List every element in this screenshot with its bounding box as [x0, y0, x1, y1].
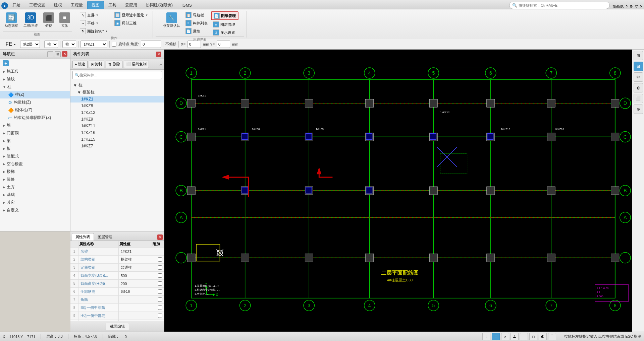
tab-modeling[interactable]: 建模 [50, 1, 66, 9]
tab-tools[interactable]: 工具 [104, 1, 121, 9]
solid-view-btn[interactable]: ■ 实体 [57, 11, 72, 29]
prop-check[interactable] [156, 288, 164, 295]
display-settings-btn[interactable]: ⚙ 显示设置 [211, 29, 238, 36]
rotation-checkbox[interactable] [112, 42, 116, 47]
x-input[interactable] [187, 41, 201, 48]
show-elements-btn[interactable]: ⬜ 显示近中图元▼ [112, 11, 150, 19]
comp-search[interactable]: 🔍 [72, 71, 162, 79]
tab-start[interactable]: 开始 [8, 1, 25, 9]
pan-btn[interactable]: ↔ 平移▼ [78, 19, 110, 27]
tool-rect[interactable]: □ [492, 333, 500, 340]
prop-check[interactable] [156, 272, 164, 279]
nav-item-column-z[interactable]: 🔷 柱(Z) [0, 91, 70, 98]
tab-view[interactable]: 视图 [87, 1, 104, 9]
tab-collab[interactable]: 协同建模(限免) [142, 1, 177, 9]
comp-item-kz11[interactable]: 1#KZ11 [70, 123, 164, 129]
tab-project-settings[interactable]: 工程设置 [25, 1, 50, 9]
check-4[interactable] [158, 273, 162, 278]
drawing-mgmt-btn[interactable]: 📄 图纸管理 [211, 11, 238, 20]
prop-check[interactable] [156, 264, 164, 271]
local-3d-btn[interactable]: ◉ 局部三维 [112, 19, 150, 27]
right-btn-3[interactable]: ⚙ [634, 72, 643, 82]
prop-check[interactable] [156, 256, 164, 263]
help-icon[interactable]: ? [626, 5, 628, 9]
check-3[interactable] [158, 265, 162, 270]
prop-check[interactable] [156, 312, 164, 320]
nav-add-btn[interactable]: + [3, 60, 9, 66]
nav-item-custom[interactable]: ▶ 自定义 [0, 206, 70, 214]
tab-igms[interactable]: IGMS [177, 1, 196, 9]
rotate-btn[interactable]: ↻ 顺旋转90°▼ [78, 27, 110, 35]
tool-half-circle[interactable]: ◐ [539, 333, 547, 340]
right-btn-2[interactable]: ⊟ [634, 62, 643, 71]
check-7[interactable] [158, 297, 162, 302]
tool-rect2[interactable]: □ [529, 333, 537, 340]
comp-item-kz9[interactable]: 1#KZ9 [70, 116, 164, 123]
prop-close-btn[interactable]: ✕ [157, 234, 163, 240]
nav-item-prefab[interactable]: ▶ 装配式 [0, 152, 70, 160]
comp-close-btn[interactable]: ✕ [156, 52, 161, 57]
prop-name-h[interactable]: 截面高度(H边)(... [78, 280, 119, 287]
2d3d-btn[interactable]: 3D 二维/三维 [21, 11, 40, 29]
prop-name-corner[interactable]: 角筋 [78, 296, 119, 303]
check-9[interactable] [158, 314, 162, 318]
restore-default-btn[interactable]: 🔧 恢复默认认 [161, 11, 182, 29]
nav-item-foundation[interactable]: ▶ 基础 [0, 191, 70, 199]
nav-item-beam[interactable]: ▶ 梁 [0, 137, 70, 145]
tab-quantity[interactable]: 工程量 [66, 1, 87, 9]
prop-name-struct[interactable]: 结构类别 [78, 256, 119, 263]
search-bar[interactable]: 🔍 [509, 2, 610, 9]
fullscreen-btn[interactable]: ⤡ 全屏▼ [78, 11, 110, 19]
nav-item-earthwork[interactable]: ▶ 土方 [0, 183, 70, 191]
tool-l[interactable]: L [482, 333, 490, 340]
search-input[interactable] [519, 3, 607, 7]
prop-check[interactable] [156, 296, 164, 303]
comp-cat-frame[interactable]: ▼ 框架柱 [70, 89, 164, 96]
delete-comp-btn[interactable]: 🗑 删除 [106, 61, 122, 68]
top-view-btn[interactable]: ⬛ 俯视 [41, 11, 56, 29]
nav-item-wall[interactable]: ▶ 墙 [0, 122, 70, 129]
cad-canvas-area[interactable]: 1 2 3 4 5 6 7 8 1 2 3 4 5 6 [164, 50, 632, 332]
comp-item-kz8[interactable]: 1#KZ8 [70, 103, 164, 109]
check-2[interactable] [158, 257, 162, 262]
nav-item-boundary-z[interactable]: ▭ 约束边缘非阴影区(Z) [0, 114, 70, 122]
nav-item-construction[interactable]: ▶ 施工段 [0, 68, 70, 75]
tool-arc[interactable]: ⌒ [548, 333, 556, 340]
comp-item-kz1[interactable]: 1#KZ1 [70, 96, 164, 103]
right-btn-4[interactable]: ◐ [634, 83, 643, 92]
minimize-icon[interactable]: ▽ [635, 4, 638, 9]
nav-item-stair[interactable]: ▶ 楼梯 [0, 168, 70, 176]
settings-icon[interactable]: ⚙ [630, 4, 633, 9]
comp-cat-column[interactable]: ▼ 柱 [70, 82, 164, 89]
right-btn-1[interactable]: ⊞ [634, 51, 643, 60]
nav-grid-view-btn[interactable]: ⊞ [55, 51, 61, 57]
check-8[interactable] [158, 305, 162, 310]
tool-x[interactable]: × [501, 333, 509, 340]
tool-line[interactable]: — [520, 333, 528, 340]
layer-mgmt-btn[interactable]: ≡ 图层管理 [211, 21, 238, 28]
comp-item-kz7[interactable]: 1#KZ7 [70, 143, 164, 149]
nav-item-other[interactable]: ▶ 其它 [0, 199, 70, 206]
right-btn-6[interactable]: ⊕ [634, 105, 643, 114]
nav-item-slab[interactable]: ▶ 板 [0, 145, 70, 152]
check-5[interactable] [158, 281, 162, 286]
prop-name-b-middle[interactable]: B边一侧中部筋 [78, 304, 119, 312]
comp-search-input[interactable] [79, 73, 160, 77]
prop-check[interactable] [156, 304, 164, 312]
rotation-input[interactable] [141, 41, 161, 48]
comp-subtype-select[interactable]: 柱 [62, 41, 76, 48]
tool-angle[interactable]: ∠ [511, 333, 519, 340]
right-btn-5[interactable]: ⬜ [634, 94, 643, 103]
prop-name-rebar[interactable]: 全部纵筋 [78, 288, 119, 295]
check-6[interactable] [158, 289, 162, 294]
prop-name-b[interactable]: 截面宽度(B边)(... [78, 272, 119, 279]
comp-id-select[interactable]: 1#KZ1 [80, 41, 107, 48]
dynamic-view-btn[interactable]: 🔄 动态观察 [3, 11, 20, 29]
nav-item-construct-z[interactable]: ⚙ 构造柱(Z) [0, 98, 70, 106]
nav-list-view-btn[interactable]: ☰ [47, 51, 53, 57]
section-edit-btn[interactable]: 截面编辑 [106, 323, 129, 330]
nav-item-masonry-z[interactable]: 🔶 砌体柱(Z) [0, 106, 70, 114]
nav-item-door[interactable]: ▶ 门窗洞 [0, 129, 70, 137]
close-icon[interactable]: ✕ [640, 4, 643, 9]
property-btn[interactable]: 📄 属性 [183, 27, 210, 35]
